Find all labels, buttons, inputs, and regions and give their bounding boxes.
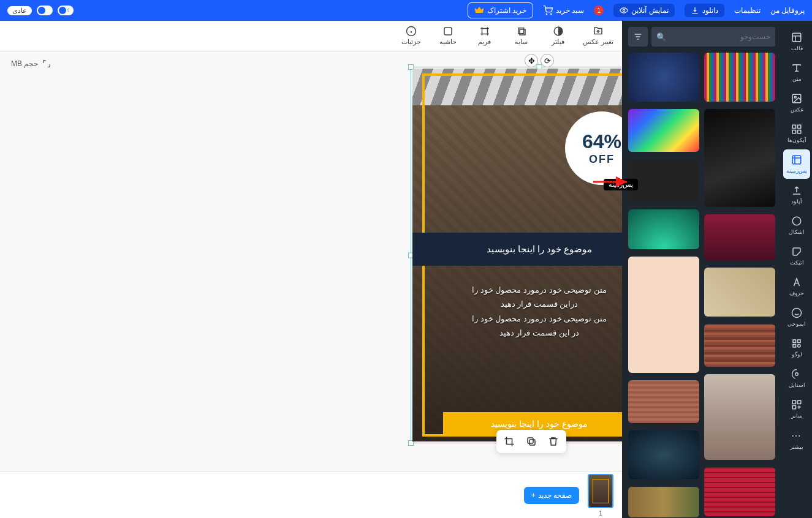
selected-element[interactable]: ⟳ ✥ 64% OFF	[411, 67, 622, 443]
bg-thumb[interactable]	[628, 209, 699, 249]
rail-icons[interactable]: آیکون‌ها	[783, 119, 810, 148]
crop-button[interactable]	[503, 435, 516, 448]
svg-point-11	[792, 217, 801, 225]
svg-rect-9	[798, 130, 801, 133]
svg-rect-23	[518, 28, 524, 34]
svg-rect-7	[798, 125, 801, 128]
preview-button[interactable]: نمایش آنلاین	[613, 4, 674, 17]
toggle-knob	[38, 7, 45, 14]
canvas-viewport[interactable]: حجم MB ⟳ ✥	[0, 51, 622, 471]
expand-icon[interactable]	[42, 59, 51, 69]
svg-rect-8	[792, 130, 795, 133]
rail-sticker[interactable]: اتیکت	[783, 241, 810, 271]
svg-point-5	[794, 96, 796, 98]
rail-upload[interactable]: آپلود	[783, 180, 810, 209]
mode-toggle[interactable]	[37, 6, 53, 15]
svg-point-17	[795, 373, 799, 376]
cart-link[interactable]: سبد خرید	[543, 6, 584, 15]
bottom-bar: 1 صفحه جدید +	[0, 471, 622, 518]
canvas-size-label: حجم MB	[11, 59, 51, 69]
svg-point-0	[623, 9, 626, 12]
dots-icon: ⋯	[791, 430, 802, 441]
crown-icon	[474, 6, 484, 15]
svg-rect-6	[792, 125, 795, 128]
settings-link[interactable]: تنظیمات	[734, 6, 761, 15]
right-rail: قالب متن عکس آیکون‌ها پس‌زمینه آپلود اشک…	[781, 21, 812, 518]
svg-rect-15	[793, 345, 796, 348]
plus-icon: +	[531, 491, 536, 500]
theme-toggle-group: ☾ عادی	[7, 6, 74, 15]
cart-badge: 1	[594, 6, 604, 15]
duplicate-button[interactable]	[525, 435, 538, 448]
bg-thumb[interactable]	[704, 109, 775, 207]
download-icon	[691, 6, 699, 15]
search-row: 🔍	[622, 21, 781, 53]
rail-emoji[interactable]: ایموجی	[783, 302, 810, 332]
svg-rect-27	[529, 440, 535, 445]
rail-text[interactable]: متن	[783, 58, 810, 87]
tool-change-image[interactable]: تغییر عکس	[583, 26, 613, 46]
eye-icon	[620, 6, 628, 15]
background-tooltip: پس‌زمینه	[604, 179, 638, 190]
rail-image[interactable]: عکس	[783, 88, 810, 118]
bg-thumb[interactable]	[704, 467, 775, 516]
bg-thumb[interactable]	[628, 430, 699, 479]
bg-thumb[interactable]	[704, 214, 775, 260]
floating-element-tools	[496, 430, 566, 453]
top-header: پروفایل من تنظیمات دانلود نمایش آنلاین 1…	[0, 0, 812, 21]
subscribe-button[interactable]: خرید اشتراک	[468, 2, 533, 18]
page-thumb-wrapper: 1	[588, 474, 613, 517]
rail-style[interactable]: استایل	[783, 364, 810, 393]
tool-frame[interactable]: فریم	[472, 26, 497, 46]
bg-thumb[interactable]	[628, 53, 699, 102]
bg-thumb[interactable]	[704, 374, 775, 460]
svg-rect-20	[792, 406, 795, 409]
rail-shapes[interactable]: اشکال	[783, 211, 810, 240]
rotate-button[interactable]: ⟳	[541, 54, 554, 67]
description-text: متن توضیحی خود درمورد محصول خود را دراین…	[412, 283, 622, 340]
svg-rect-19	[798, 400, 801, 404]
rail-background[interactable]: پس‌زمینه	[783, 149, 810, 179]
subscribe-label: خرید اشتراک	[487, 6, 526, 15]
rail-logo[interactable]: لوگو	[783, 333, 810, 362]
dark-mode-toggle[interactable]: ☾	[58, 6, 74, 15]
preview-label: نمایش آنلاین	[631, 6, 668, 15]
svg-rect-3	[792, 33, 801, 42]
search-box[interactable]: 🔍	[651, 27, 775, 47]
svg-point-1	[546, 13, 547, 14]
tool-details[interactable]: جزئیات	[399, 26, 423, 46]
search-icon: 🔍	[656, 32, 666, 42]
context-toolbar: تغییر عکس فیلتر سایه فریم حاشیه جزئیات	[0, 21, 622, 51]
svg-rect-24	[520, 29, 525, 35]
new-page-button[interactable]: صفحه جدید +	[524, 487, 579, 504]
bg-thumb[interactable]	[628, 380, 699, 423]
svg-rect-13	[793, 340, 796, 343]
bg-thumb[interactable]	[628, 257, 699, 373]
bg-thumb[interactable]	[628, 487, 699, 517]
delete-button[interactable]	[547, 435, 560, 448]
bg-thumb[interactable]	[704, 53, 775, 102]
bg-thumb[interactable]	[704, 324, 775, 367]
cart-icon	[543, 6, 553, 15]
tool-filter[interactable]: فیلتر	[546, 26, 571, 46]
rail-other[interactable]: سایر	[783, 394, 810, 424]
bg-thumb[interactable]	[628, 109, 699, 152]
title-band: موضوع خود را اینجا بنویسید	[412, 233, 622, 266]
svg-rect-25	[444, 28, 452, 35]
discount-off: OFF	[589, 153, 615, 166]
mode-label: عادی	[7, 6, 32, 15]
tool-shadow[interactable]: سایه	[509, 26, 534, 46]
profile-link[interactable]: پروفایل من	[770, 6, 805, 15]
rail-template[interactable]: قالب	[783, 27, 810, 56]
page-number: 1	[588, 509, 613, 517]
rail-fonts[interactable]: حروف	[783, 272, 810, 301]
search-input[interactable]	[669, 32, 770, 41]
cart-label: سبد خرید	[556, 6, 584, 15]
filter-button[interactable]	[628, 27, 648, 47]
download-button[interactable]: دانلود	[685, 4, 724, 17]
page-thumbnail[interactable]	[588, 474, 613, 508]
bg-thumb[interactable]	[628, 159, 699, 202]
tool-margin[interactable]: حاشیه	[436, 26, 460, 46]
bg-thumb[interactable]	[704, 268, 775, 317]
rail-more[interactable]: ⋯بیشتر	[783, 425, 810, 454]
